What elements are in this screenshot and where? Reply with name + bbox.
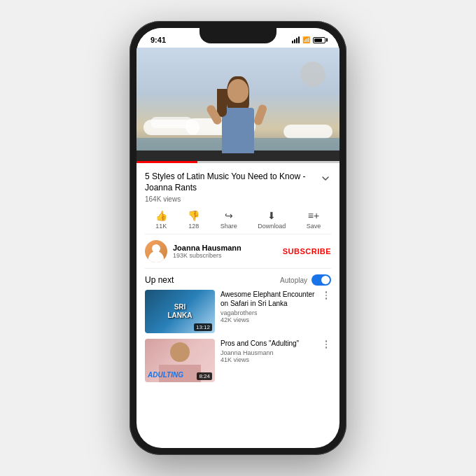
chevron-down-icon[interactable]	[320, 173, 331, 184]
host-figure	[217, 76, 259, 153]
thumbs-up-icon: 👍	[155, 210, 167, 221]
thumbnail-1: SRI LANKA 13:12	[145, 290, 215, 333]
list-item[interactable]: ADULTING 8:24 Pros and Cons "Adulting" J…	[145, 339, 331, 382]
thumbs-down-icon: 👎	[188, 210, 200, 221]
video-title: 5 Styles of Latin Music You Need to Know…	[145, 172, 320, 193]
wifi-icon: 📶	[302, 36, 310, 43]
circle-decoration	[300, 62, 326, 87]
video-meta-2: Pros and Cons "Adulting" Joanna Hausmann…	[220, 339, 316, 363]
video-player[interactable]	[136, 48, 340, 163]
thumb-text-1: SRI LANKA	[162, 303, 197, 320]
more-options-button-1[interactable]	[321, 290, 331, 300]
download-icon: ⬇	[267, 210, 276, 221]
toggle-knob	[321, 276, 330, 284]
list-item[interactable]: SRI LANKA 13:12 Awesome Elephant Encount…	[145, 290, 331, 333]
battery-icon	[313, 37, 326, 43]
video-meta-1: Awesome Elephant Encounter on Safari in …	[220, 290, 316, 323]
dislike-count: 128	[188, 223, 199, 230]
share-icon: ↪	[225, 210, 233, 221]
content-area: 5 Styles of Latin Music You Need to Know…	[136, 163, 340, 388]
autoplay-label: Autoplay	[280, 276, 307, 284]
phone-frame: 9:41 📶	[130, 21, 346, 455]
video-item-title-1: Awesome Elephant Encounter on Safari in …	[220, 290, 316, 308]
subscribe-button[interactable]: SUBSCRIBE	[283, 244, 331, 258]
download-label: Download	[258, 223, 286, 230]
autoplay-toggle[interactable]	[312, 274, 331, 286]
like-button[interactable]: 👍 11K	[155, 210, 167, 230]
video-item-views-2: 41K views	[220, 356, 316, 363]
view-count: 164K views	[145, 195, 331, 203]
more-options-button-2[interactable]	[321, 339, 331, 349]
notch	[200, 28, 276, 43]
share-label: Share	[220, 223, 237, 230]
save-button[interactable]: ≡+ Save	[307, 210, 321, 230]
channel-row: Joanna Hausmann 193K subscribers SUBSCRI…	[145, 234, 331, 269]
share-button[interactable]: ↪ Share	[220, 210, 237, 230]
channel-name[interactable]: Joanna Hausmann	[173, 244, 283, 252]
video-item-channel-1: vagabrothers	[220, 309, 316, 316]
up-next-label: Up next	[145, 275, 174, 285]
video-progress-bar[interactable]	[136, 161, 340, 163]
signal-icon	[292, 36, 300, 43]
duration-2: 8:24	[197, 372, 212, 380]
up-next-header: Up next Autoplay	[145, 269, 331, 290]
channel-avatar[interactable]	[145, 240, 167, 262]
video-title-row: 5 Styles of Latin Music You Need to Know…	[145, 172, 331, 193]
save-icon: ≡+	[308, 210, 319, 221]
duration-1: 13:12	[194, 323, 212, 331]
channel-info: Joanna Hausmann 193K subscribers	[173, 244, 283, 259]
adulting-text: ADULTING	[148, 371, 183, 379]
video-item-channel-2: Joanna Hausmann	[220, 349, 316, 356]
status-icons: 📶	[292, 36, 326, 43]
channel-subscribers: 193K subscribers	[173, 252, 283, 259]
action-bar: 👍 11K 👎 128 ↪ Share ⬇ Download	[145, 207, 331, 234]
autoplay-row: Autoplay	[280, 274, 331, 286]
phone-screen: 9:41 📶	[136, 28, 340, 448]
thumbnail-2: ADULTING 8:24	[145, 339, 215, 382]
like-count: 11K	[155, 223, 167, 230]
download-button[interactable]: ⬇ Download	[258, 210, 286, 230]
video-item-title-2: Pros and Cons "Adulting"	[220, 339, 316, 348]
dislike-button[interactable]: 👎 128	[188, 210, 200, 230]
save-label: Save	[307, 223, 321, 230]
status-time: 9:41	[150, 36, 166, 44]
video-item-views-1: 42K views	[220, 316, 316, 323]
